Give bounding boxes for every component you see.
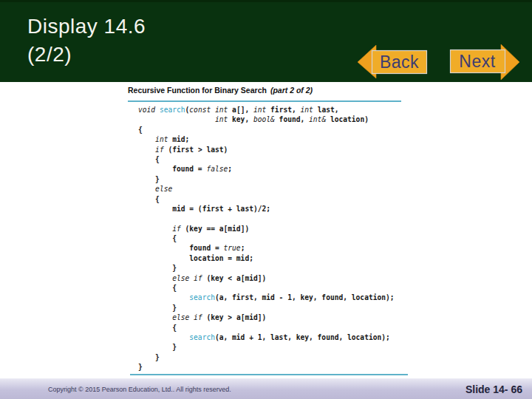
copyright-text: Copyright © 2015 Pearson Education, Ltd.…	[48, 386, 231, 393]
slide-number: Slide 14- 66	[466, 383, 522, 395]
figure-title: Recursive Function for Binary Search(par…	[128, 86, 313, 95]
figure-title-part: (part 2 of 2)	[270, 86, 313, 95]
figure-title-text: Recursive Function for Binary Search	[128, 86, 267, 95]
slide-footer: Copyright © 2015 Pearson Education, Ltd.…	[0, 378, 532, 399]
figure-top-rule	[128, 100, 401, 102]
slide-title-line1: Display 14.6	[27, 13, 146, 41]
next-button-label: Next	[450, 50, 505, 73]
presentation-slide: Display 14.6 (2/2) Back Next Recursive F…	[0, 0, 532, 399]
slide-title: Display 14.6 (2/2)	[27, 13, 146, 69]
slide-header: Display 14.6 (2/2) Back Next	[0, 0, 532, 82]
slide-title-line2: (2/2)	[27, 41, 146, 69]
next-button[interactable]: Next	[448, 44, 520, 81]
back-button-label: Back	[372, 50, 427, 74]
figure-bottom-rule	[130, 374, 408, 375]
back-button[interactable]: Back	[358, 44, 428, 79]
code-block: void search(const int a[], int first, in…	[138, 105, 395, 372]
